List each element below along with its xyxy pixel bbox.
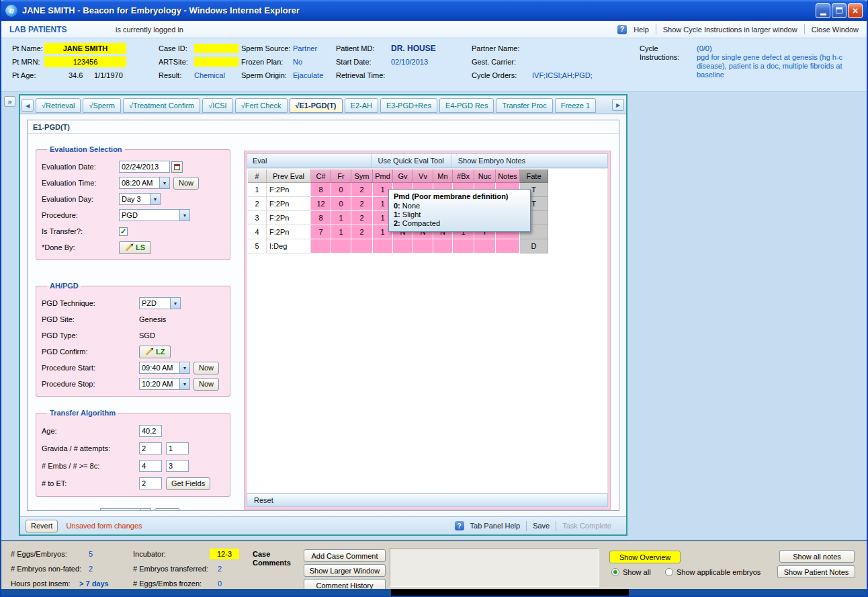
case-comments-box[interactable] — [390, 548, 599, 587]
reset-button[interactable]: Reset — [247, 496, 280, 504]
tab-transfer-proc[interactable]: Transfer Proc — [496, 98, 552, 113]
help-icon[interactable]: ? — [617, 25, 627, 34]
revert-button[interactable]: Revert — [26, 520, 58, 532]
eval-cell[interactable]: 2 — [351, 197, 373, 211]
show-embryo-notes-button[interactable]: Show Embryo Notes — [451, 154, 532, 167]
tab-panel-help-icon[interactable]: ? — [455, 521, 464, 530]
eval-cell[interactable] — [413, 239, 433, 253]
eval-fate-cell[interactable]: D — [520, 239, 548, 253]
eval-cell[interactable]: 7 — [311, 225, 331, 239]
tab-e3-pgd-res[interactable]: E3-PGD+Res — [380, 98, 437, 113]
eval-column-header-fate[interactable]: Fate — [520, 169, 548, 183]
get-fields-button[interactable]: Get Fields — [166, 477, 210, 490]
procedure-start-now-button[interactable]: Now — [193, 362, 219, 374]
eval-cell[interactable] — [311, 239, 331, 253]
age-input[interactable]: 40.2 — [139, 425, 162, 437]
eval-cell[interactable]: 2 — [351, 183, 373, 197]
attempts-input[interactable]: 1 — [166, 442, 189, 454]
close-button[interactable]: × — [848, 3, 863, 18]
eval-column-header-notes[interactable]: Notes — [496, 169, 520, 183]
help-link[interactable]: Help — [634, 26, 649, 34]
tab-e2-ah[interactable]: E2-AH — [345, 98, 378, 113]
procedure-start-select[interactable]: 09:40 AM ▾ — [139, 362, 190, 374]
eval-cell[interactable]: 8 — [311, 183, 331, 197]
show-cycle-instructions-link[interactable]: Show Cycle Instructions in larger window — [663, 26, 797, 34]
show-larger-window-button[interactable]: Show Larger Window — [304, 564, 386, 577]
tab-treatment-confirm[interactable]: √Treatment Confirm — [123, 98, 200, 113]
maximize-button[interactable] — [832, 3, 847, 18]
procedure-stop-now-button[interactable]: Now — [193, 378, 219, 391]
eval-cell[interactable] — [496, 239, 520, 253]
tab-e1-pgd-t[interactable]: √E1-PGD(T) — [290, 98, 343, 113]
tab-scroll-right-button[interactable]: ▶ — [612, 99, 624, 111]
show-all-radio[interactable] — [611, 568, 619, 576]
show-all-notes-button[interactable]: Show all notes — [779, 550, 855, 563]
tooltip-line: 2: Compacted — [394, 219, 525, 228]
procedure-select[interactable]: PGD ▾ — [119, 209, 190, 221]
eval-column-header-bx[interactable]: #Bx — [453, 169, 474, 183]
eval-cell[interactable] — [474, 239, 496, 253]
embs-8c-input[interactable]: 3 — [166, 460, 189, 472]
save-button[interactable]: Save — [533, 522, 550, 530]
done-by-button[interactable]: LS — [119, 241, 151, 254]
eval-cell[interactable]: 1 — [331, 225, 351, 239]
eval-column-header-c[interactable]: C# — [311, 169, 331, 183]
use-quick-eval-tool-button[interactable]: Use Quick Eval Tool — [371, 154, 451, 167]
tab-icsi[interactable]: √ICSI — [202, 98, 232, 113]
tab-e4-pgd-res[interactable]: E4-PGD Res — [439, 98, 494, 113]
show-all-radio-label[interactable]: Show all — [623, 568, 651, 576]
add-case-comment-button[interactable]: Add Case Comment — [304, 549, 386, 562]
eval-column-header-pmd[interactable]: Pmd — [373, 169, 393, 183]
gm2-time-select[interactable]: 10:25 AM ▾ — [100, 508, 151, 510]
close-window-link[interactable]: Close Window — [812, 26, 859, 34]
tab-sperm[interactable]: √Sperm — [83, 98, 120, 113]
eval-cell[interactable]: 2 — [351, 211, 373, 225]
eval-cell[interactable]: 2 — [351, 225, 373, 239]
evaluation-time-now-button[interactable]: Now — [173, 177, 199, 190]
eval-cell[interactable] — [453, 239, 474, 253]
minimize-button[interactable] — [816, 3, 830, 18]
eval-cell[interactable] — [351, 239, 373, 253]
sidebar-collapse-button[interactable]: » — [4, 96, 15, 107]
embs-input[interactable]: 4 — [139, 460, 162, 472]
eval-cell[interactable]: 12 — [311, 197, 331, 211]
eval-column-header-gv[interactable]: Gv — [393, 169, 413, 183]
eval-column-header-nuc[interactable]: Nuc — [474, 169, 496, 183]
eval-cell[interactable]: 1 — [331, 211, 351, 225]
gm2-now-button[interactable]: Now — [155, 508, 180, 511]
show-applicable-embryos-label[interactable]: Show applicable embryos — [677, 568, 761, 576]
tab-panel-help-link[interactable]: Tab Panel Help — [470, 522, 521, 530]
calendar-button[interactable] — [171, 161, 183, 173]
eval-cell[interactable] — [373, 239, 393, 253]
eval-cell[interactable]: 0 — [331, 183, 351, 197]
is-transfer-checkbox[interactable] — [119, 227, 128, 236]
to-et-input[interactable]: 2 — [139, 477, 162, 489]
eval-cell[interactable]: 8 — [311, 211, 331, 225]
tab-scroll-left-button[interactable]: ◀ — [21, 100, 34, 112]
task-complete-button: Task Complete — [562, 522, 611, 530]
eval-column-header-preveval[interactable]: Prev Eval — [267, 169, 311, 183]
eval-cell[interactable]: 0 — [331, 197, 351, 211]
eval-column-header-fr[interactable]: Fr — [331, 169, 351, 183]
tab-fert-check[interactable]: √Fert Check — [235, 98, 288, 113]
eval-cell[interactable] — [331, 239, 351, 253]
tab-freeze-1[interactable]: Freeze 1 — [555, 98, 596, 113]
evaluation-day-select[interactable]: Day 3 ▾ — [119, 193, 161, 205]
show-applicable-embryos-radio[interactable] — [665, 568, 673, 576]
comment-history-button[interactable]: Comment History — [304, 579, 386, 589]
show-patient-notes-button[interactable]: Show Patient Notes — [777, 565, 855, 578]
gravida-input[interactable]: 2 — [139, 442, 162, 454]
eval-cell[interactable] — [393, 239, 413, 253]
eval-column-header-vv[interactable]: Vv — [413, 169, 433, 183]
eval-column-header-mn[interactable]: Mn — [433, 169, 453, 183]
eval-cell[interactable] — [433, 239, 453, 253]
evaluation-date-input[interactable]: 02/24/2013 — [119, 161, 170, 173]
evaluation-time-select[interactable]: 08:20 AM ▾ — [119, 177, 170, 189]
eval-column-header-sym[interactable]: Sym — [351, 169, 373, 183]
eval-column-header-[interactable]: # — [248, 169, 267, 183]
show-overview-button[interactable]: Show Overview — [609, 551, 681, 563]
pgd-confirm-button[interactable]: LZ — [139, 346, 171, 358]
pgd-technique-select[interactable]: PZD ▾ — [139, 297, 181, 309]
procedure-stop-select[interactable]: 10:20 AM ▾ — [139, 378, 190, 390]
tab-retrieval[interactable]: √Retrieval — [36, 98, 81, 113]
